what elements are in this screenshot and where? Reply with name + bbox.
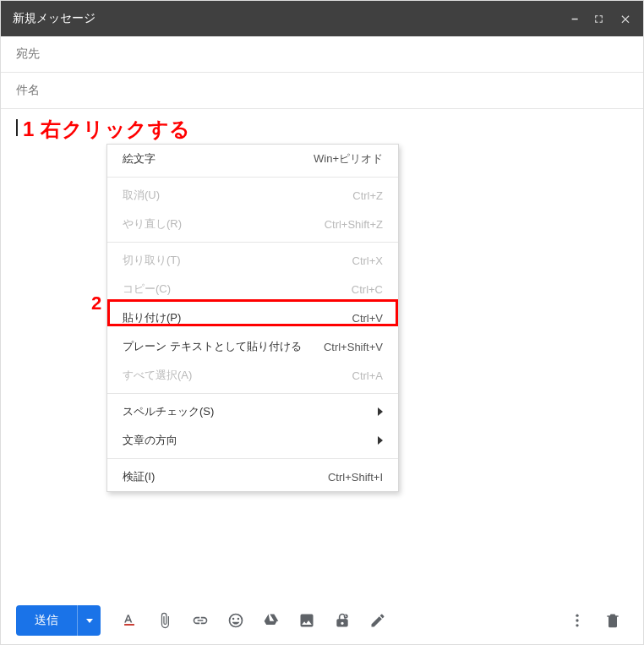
more-icon[interactable] [562,605,592,636]
menu-item: すべて選択(A)Ctrl+A [107,361,398,390]
menu-item-label: 文章の方向 [123,433,378,448]
send-dropdown-button[interactable] [77,605,101,636]
titlebar-actions: – [571,12,631,25]
menu-item-label: すべて選択(A) [123,368,352,383]
menu-item[interactable]: スペルチェック(S) [107,397,398,426]
menu-item-shortcut: Ctrl+V [352,312,383,325]
menu-item-shortcut: Ctrl+Shift+I [328,471,383,484]
image-icon[interactable] [292,605,322,636]
menu-item: 切り取り(T)Ctrl+X [107,246,398,275]
menu-separator [107,393,398,394]
menu-item-label: 切り取り(T) [123,253,352,268]
menu-item-shortcut: Ctrl+C [352,283,383,296]
svg-rect-0 [124,624,134,626]
menu-item-label: スペルチェック(S) [123,404,378,419]
minimize-icon[interactable]: – [571,12,578,25]
menu-separator [107,242,398,243]
menu-item-label: 取消(U) [123,188,352,203]
expand-icon[interactable] [593,14,604,25]
window-title: 新規メッセージ [13,11,571,26]
titlebar: 新規メッセージ – [1,1,643,36]
formatting-icon[interactable] [114,605,145,636]
emoji-icon[interactable] [221,605,251,636]
menu-item-shortcut: Ctrl+Z [352,189,383,202]
menu-item: コピー(C)Ctrl+C [107,275,398,303]
text-cursor [16,119,18,136]
menu-separator [107,177,398,178]
confidential-icon[interactable] [327,605,357,636]
chevron-down-icon [86,619,93,623]
subject-label: 件名 [16,83,40,96]
menu-item[interactable]: 絵文字Win+ピリオド [107,145,398,173]
send-button[interactable]: 送信 [16,605,77,636]
close-icon[interactable] [619,13,631,25]
menu-item-label: コピー(C) [123,282,352,297]
menu-item-shortcut: Ctrl+Shift+V [324,341,383,353]
link-icon[interactable] [185,605,216,636]
menu-item: 取消(U)Ctrl+Z [107,181,398,210]
menu-item-label: 検証(I) [123,469,328,484]
drive-icon[interactable] [256,605,287,636]
svg-point-3 [576,619,578,621]
menu-item-label: やり直し(R) [123,216,325,232]
menu-item[interactable]: 貼り付け(P)Ctrl+V [107,303,398,332]
submenu-arrow-icon [378,407,383,416]
menu-item-shortcut: Ctrl+Shift+Z [325,218,383,231]
annotation-step2: 2 [91,292,101,314]
to-field[interactable]: 宛先 [1,36,643,73]
menu-item[interactable]: 文章の方向 [107,426,398,455]
menu-item[interactable]: プレーン テキストとして貼り付けるCtrl+Shift+V [107,332,398,361]
attach-icon[interactable] [150,605,180,636]
to-label: 宛先 [16,46,40,60]
menu-item-shortcut: Ctrl+X [352,254,383,267]
context-menu: 絵文字Win+ピリオド取消(U)Ctrl+Zやり直し(R)Ctrl+Shift+… [106,144,399,492]
menu-separator [107,458,398,459]
menu-item-label: 貼り付け(P) [123,310,352,325]
subject-field[interactable]: 件名 [1,73,643,109]
menu-item-label: 絵文字 [123,151,314,167]
pen-icon[interactable] [363,605,393,636]
menu-item-shortcut: Win+ピリオド [314,151,383,167]
annotation-step1: 1 右クリックする [23,116,191,143]
compose-toolbar: 送信 [1,597,643,644]
menu-item-label: プレーン テキストとして貼り付ける [123,339,324,354]
svg-point-2 [576,615,578,617]
submenu-arrow-icon [378,436,383,445]
trash-icon[interactable] [598,605,628,636]
send-button-group: 送信 [16,605,101,636]
menu-item: やり直し(R)Ctrl+Shift+Z [107,210,398,238]
svg-point-4 [576,624,578,626]
menu-item-shortcut: Ctrl+A [352,369,383,382]
menu-item[interactable]: 検証(I)Ctrl+Shift+I [107,462,398,491]
